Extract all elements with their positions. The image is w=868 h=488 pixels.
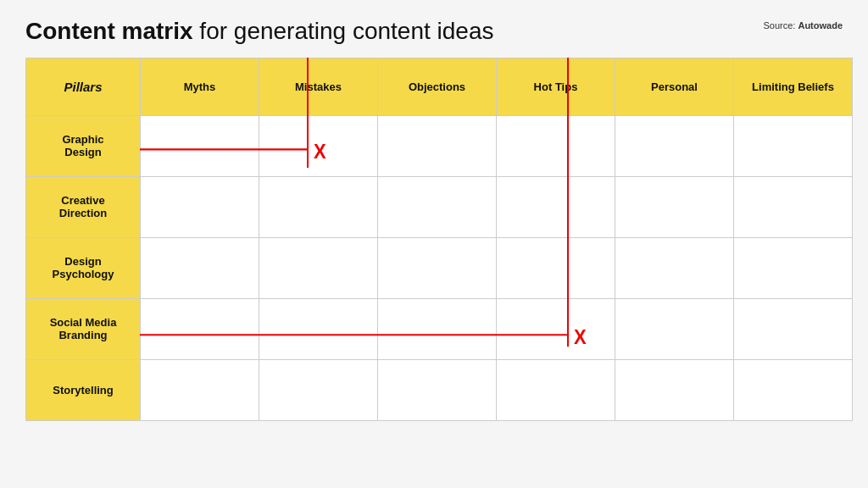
cell-sm-hottips	[497, 298, 615, 359]
cell-st-limiting	[734, 359, 853, 420]
pillar-creative-direction: CreativeDirection	[26, 176, 141, 237]
table-row: DesignPsychology	[26, 237, 853, 298]
source-brand: Autowade	[798, 20, 843, 30]
col-objections: Objections	[378, 58, 497, 115]
cell-cd-personal	[615, 176, 734, 237]
cell-dp-personal	[615, 237, 734, 298]
pillar-social-media: Social MediaBranding	[26, 298, 141, 359]
pillar-graphic-design: GraphicDesign	[26, 115, 141, 176]
cell-cd-myths	[141, 176, 259, 237]
cell-gd-mistakes	[259, 115, 378, 176]
table-row: Social MediaBranding	[26, 298, 853, 359]
col-myths: Myths	[141, 58, 259, 115]
col-hottips: Hot Tips	[497, 58, 615, 115]
cell-cd-hottips	[497, 176, 615, 237]
cell-gd-personal	[615, 115, 734, 176]
table-row: GraphicDesign	[26, 115, 853, 176]
cell-dp-hottips	[497, 237, 615, 298]
source-info: Source: Autowade	[763, 20, 843, 30]
pillar-design-psychology: DesignPsychology	[26, 237, 141, 298]
page-title: Content matrix for generating content id…	[25, 17, 494, 46]
cell-dp-mistakes	[259, 237, 378, 298]
cell-cd-mistakes	[259, 176, 378, 237]
title-plain: for generating content ideas	[193, 18, 494, 44]
cell-st-mistakes	[259, 359, 378, 420]
cell-sm-myths	[141, 298, 259, 359]
cell-gd-myths	[141, 115, 259, 176]
cell-st-myths	[141, 359, 259, 420]
cell-sm-objections	[378, 298, 497, 359]
cell-cd-limiting	[734, 176, 853, 237]
cell-sm-limiting	[734, 298, 853, 359]
content-matrix: Pillars Myths Mistakes Objections Hot Ti…	[25, 58, 853, 421]
cell-dp-myths	[141, 237, 259, 298]
col-limiting: Limiting Beliefs	[734, 58, 853, 115]
cell-st-objections	[378, 359, 497, 420]
cell-gd-hottips	[497, 115, 615, 176]
col-mistakes: Mistakes	[259, 58, 378, 115]
cell-gd-limiting	[734, 115, 853, 176]
cell-st-hottips	[497, 359, 615, 420]
col-pillars: Pillars	[26, 58, 141, 115]
page-header: Content matrix for generating content id…	[25, 17, 843, 46]
title-bold: Content matrix	[25, 18, 193, 44]
header-row: Pillars Myths Mistakes Objections Hot Ti…	[26, 58, 853, 115]
cell-sm-personal	[615, 298, 734, 359]
cell-dp-limiting	[734, 237, 853, 298]
cell-dp-objections	[378, 237, 497, 298]
matrix-wrapper: Pillars Myths Mistakes Objections Hot Ti…	[25, 58, 843, 480]
cell-st-personal	[615, 359, 734, 420]
col-personal: Personal	[615, 58, 734, 115]
cell-cd-objections	[378, 176, 497, 237]
cell-gd-objections	[378, 115, 497, 176]
pillar-storytelling: Storytelling	[26, 359, 141, 420]
table-row: Storytelling	[26, 359, 853, 420]
table-row: CreativeDirection	[26, 176, 853, 237]
cell-sm-mistakes	[259, 298, 378, 359]
